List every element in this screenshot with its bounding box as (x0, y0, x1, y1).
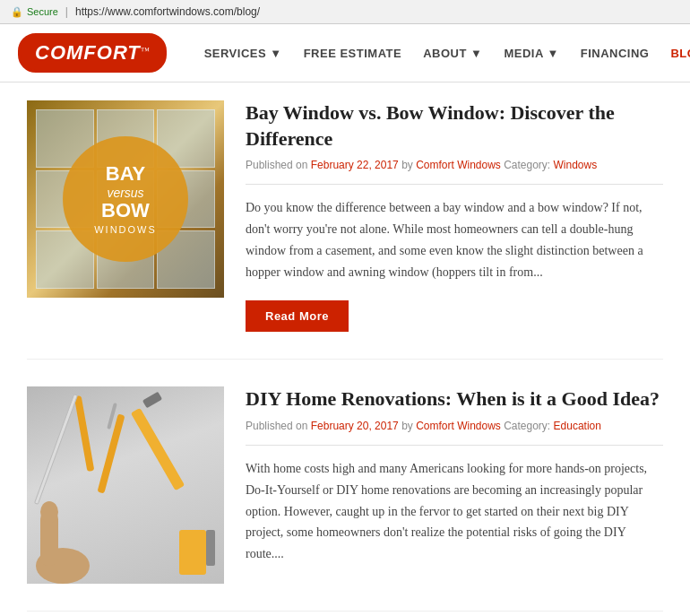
bay-line3: BOW (101, 200, 150, 221)
post-divider (246, 184, 663, 185)
secure-text: Secure (27, 6, 58, 17)
nav-links: SERVICES ▼ FREE ESTIMATE ABOUT ▼ MEDIA ▼… (194, 47, 690, 60)
nav-financing[interactable]: FINANCING (570, 47, 660, 60)
diy-post-date-link[interactable]: February 20, 2017 (311, 420, 399, 432)
svg-point-2 (40, 501, 58, 523)
bay-line2: versus (107, 186, 143, 201)
bay-line1: BAY (106, 163, 145, 185)
logo-text: COMFORT (35, 41, 141, 64)
bay-circle-overlay: BAY versus BOW WINDOWS (63, 136, 188, 262)
post-category-link[interactable]: Windows (554, 159, 598, 171)
main-content: BAY versus BOW WINDOWS Bay Window vs. Bo… (0, 82, 690, 616)
nav-free-estimate[interactable]: FREE ESTIMATE (293, 47, 413, 60)
nav-about[interactable]: ABOUT ▼ (412, 47, 493, 60)
bay-window-image: BAY versus BOW WINDOWS (27, 100, 224, 298)
meta-prefix: Published on (246, 159, 311, 171)
post-meta-bay-window: Published on February 22, 2017 by Comfor… (246, 159, 663, 171)
url-separator: | (65, 5, 68, 18)
diy-post-divider (246, 445, 663, 446)
read-more-button-bay-window[interactable]: Read More (246, 300, 349, 332)
diy-image (27, 386, 224, 584)
blog-post-bay-window: BAY versus BOW WINDOWS Bay Window vs. Bo… (27, 100, 663, 360)
thumb-up-hand (27, 494, 108, 584)
nav-services[interactable]: SERVICES ▼ (194, 47, 293, 60)
post-image-diy (27, 386, 224, 584)
tool-clamp-screw (206, 530, 215, 566)
lock-icon: 🔒 (11, 6, 23, 18)
diy-meta-prefix: Published on (246, 420, 311, 432)
url-bar[interactable]: https://www.comfortwindows.com/blog/ (75, 5, 260, 18)
post-date-link[interactable]: February 22, 2017 (311, 159, 399, 171)
browser-bar: 🔒 Secure | https://www.comfortwindows.co… (0, 0, 690, 24)
post-author-link[interactable]: Comfort Windows (416, 159, 501, 171)
post-title-diy: DIY Home Renovations: When is it a Good … (246, 386, 663, 412)
logo[interactable]: COMFORT™ (18, 33, 167, 73)
post-image-bay-window: BAY versus BOW WINDOWS (27, 100, 224, 298)
logo-tm: ™ (141, 46, 150, 56)
diy-meta-category-label: Category: (501, 420, 554, 432)
post-excerpt-bay-window: Do you know the difference between a bay… (246, 197, 663, 282)
meta-by: by (399, 159, 416, 171)
navbar: COMFORT™ SERVICES ▼ FREE ESTIMATE ABOUT … (0, 24, 690, 82)
tool-clamp (179, 530, 206, 575)
diy-post-category-link[interactable]: Education (554, 420, 601, 432)
blog-post-diy: DIY Home Renovations: When is it a Good … (27, 386, 663, 612)
diy-meta-by: by (399, 420, 416, 432)
post-content-bay-window: Bay Window vs. Bow Window: Discover the … (246, 100, 663, 332)
post-title-bay-window: Bay Window vs. Bow Window: Discover the … (246, 100, 663, 152)
nav-media[interactable]: MEDIA ▼ (493, 47, 569, 60)
post-meta-diy: Published on February 20, 2017 by Comfor… (246, 420, 663, 432)
secure-badge: 🔒 Secure (11, 6, 58, 18)
logo-wrap[interactable]: COMFORT™ (18, 33, 167, 73)
bay-line4: WINDOWS (94, 224, 157, 235)
post-excerpt-diy: With home costs high and many Americans … (246, 458, 663, 565)
meta-category-label: Category: (501, 159, 554, 171)
diy-post-author-link[interactable]: Comfort Windows (416, 420, 501, 432)
nav-blog[interactable]: BLOG (660, 47, 690, 60)
post-content-diy: DIY Home Renovations: When is it a Good … (246, 386, 663, 584)
